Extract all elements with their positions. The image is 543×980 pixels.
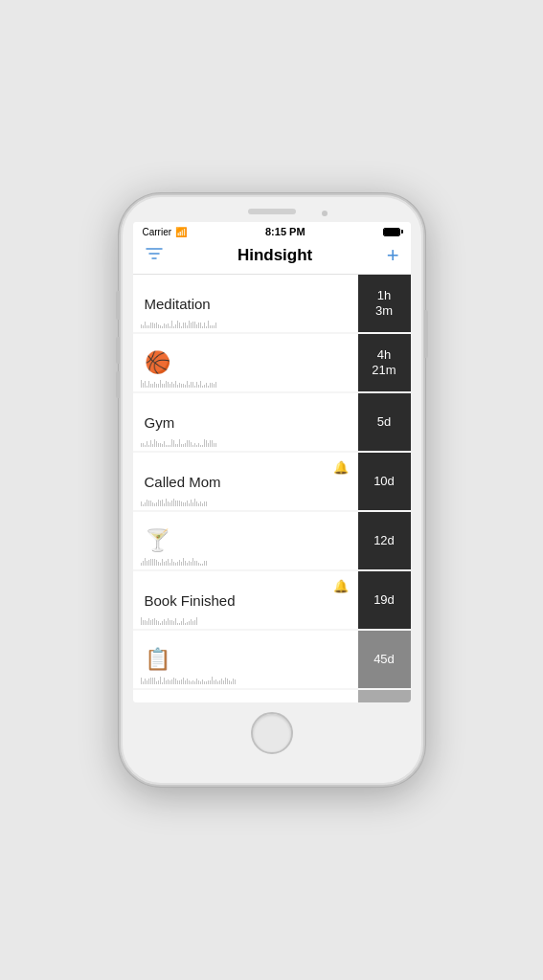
item-badge-memo: 45d [358,631,411,688]
wifi-icon: 📶 [175,227,187,237]
list-item-basketball[interactable]: 🏀4h21m [133,334,411,391]
tick-marks [141,677,351,684]
list-item-book-finished[interactable]: 🔔Book Finished19d [133,571,411,629]
list-item-meditation[interactable]: Meditation1h3m [133,275,411,332]
item-emoji-memo: 📋 [145,649,347,670]
item-content-called-mom: 🔔Called Mom [133,453,358,510]
bell-icon: 🔔 [333,460,349,475]
battery-fill [384,229,399,235]
item-badge-cocktail: 12d [358,512,411,569]
item-label-gym: Gym [145,414,347,431]
home-button[interactable] [251,712,293,754]
item-content-book-finished: 🔔Book Finished [133,571,358,629]
status-time: 8:15 PM [265,226,305,237]
tick-marks [141,617,351,625]
item-label-called-mom: Called Mom [145,474,347,490]
item-badge-called-mom: 10d [358,453,411,510]
bell-icon: 🔔 [333,579,349,593]
status-bar: Carrier 📶 8:15 PM [133,222,411,239]
item-badge-meditation: 1h3m [358,275,411,332]
tick-marks [141,439,351,447]
carrier-label: Carrier [143,227,172,237]
add-button[interactable]: + [387,245,399,266]
speaker [248,209,296,214]
item-badge-book-finished: 19d [358,571,411,629]
nav-bar: Hindsight + [133,239,411,275]
item-content-meditation: Meditation [133,275,358,332]
list-item-cocktail[interactable]: 🍸12d [133,512,411,569]
list-item-gym[interactable]: Gym5d [133,393,411,451]
item-content-gym: Gym [133,393,358,451]
app-title: Hindsight [238,246,312,265]
item-badge-basketball: 4h21m [358,334,411,391]
tick-marks [141,321,351,328]
item-emoji-cocktail: 🍸 [145,530,347,551]
item-content-basketball: 🏀 [133,334,358,391]
item-label-book-finished: Book Finished [145,592,347,609]
item-content-angry: 😡 [133,690,358,702]
item-emoji-basketball: 🏀 [145,352,347,373]
volume-up-button [116,337,120,364]
status-battery [383,228,400,236]
list-item-called-mom[interactable]: 🔔Called Mom10d [133,453,411,510]
tick-marks [141,558,351,566]
volume-down-button [116,371,120,398]
battery-icon [383,228,400,236]
list-item-angry[interactable]: 😡72d [133,690,411,702]
phone-top [121,195,423,222]
item-content-cocktail: 🍸 [133,512,358,569]
filter-button[interactable] [145,246,164,266]
camera [322,211,328,216]
tick-marks [141,499,351,506]
items-list: Meditation1h3m🏀4h21mGym5d🔔Called Mom10d🍸… [133,275,411,702]
list-item-memo[interactable]: 📋45d [133,631,411,688]
item-content-memo: 📋 [133,631,358,688]
item-badge-angry: 72d [358,690,411,702]
phone-frame: Carrier 📶 8:15 PM Hindsight + [119,193,425,787]
tick-marks [141,380,351,388]
screen: Carrier 📶 8:15 PM Hindsight + [133,222,411,702]
home-button-area [121,702,423,766]
item-label-meditation: Meditation [145,296,347,312]
item-badge-gym: 5d [358,393,411,451]
status-carrier: Carrier 📶 [143,227,188,237]
